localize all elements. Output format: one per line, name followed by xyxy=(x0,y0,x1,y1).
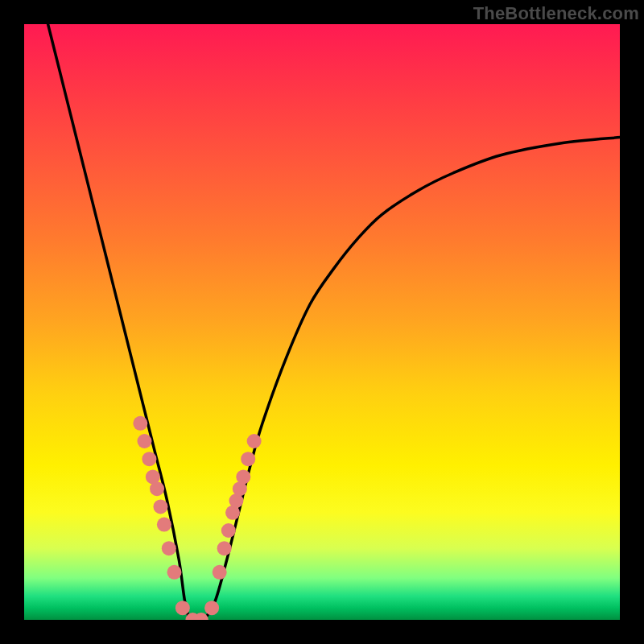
curve-marker xyxy=(217,541,232,555)
curve-marker xyxy=(221,523,236,538)
plot-area xyxy=(24,24,620,620)
curve-marker xyxy=(162,541,176,555)
curve-marker xyxy=(137,434,151,448)
curve-marker xyxy=(157,518,171,532)
curve-layer xyxy=(24,24,620,620)
curve-marker xyxy=(247,434,262,448)
chart-frame: TheBottleneck.com xyxy=(0,0,644,644)
curve-marker xyxy=(167,565,181,580)
attribution-label: TheBottleneck.com xyxy=(473,3,639,24)
curve-marker xyxy=(175,601,190,615)
bottleneck-curve xyxy=(48,24,620,620)
curve-marker xyxy=(204,601,219,615)
curve-marker xyxy=(241,452,255,466)
curve-marker xyxy=(213,565,227,580)
curve-marker xyxy=(142,452,156,466)
curve-marker xyxy=(150,481,164,496)
curve-marker xyxy=(236,469,250,484)
curve-marker xyxy=(153,499,167,514)
curve-marker xyxy=(133,416,147,431)
